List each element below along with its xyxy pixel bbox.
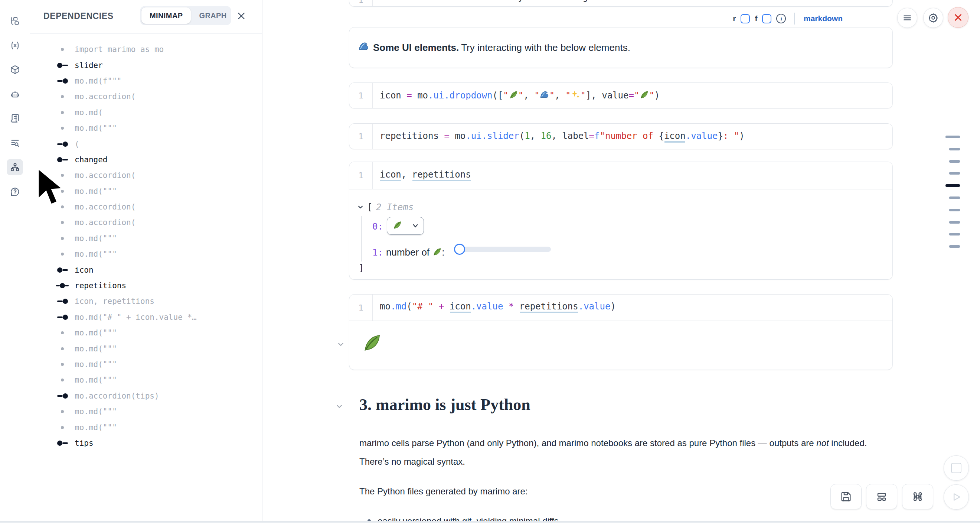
- scroll-marker[interactable]: [949, 196, 960, 199]
- cell-in-glyph: [54, 142, 71, 147]
- scroll-marker[interactable]: [945, 136, 960, 138]
- markdown-cell-toolbar: r f i markdown: [733, 10, 843, 27]
- scroll-marker[interactable]: [949, 160, 960, 163]
- panel-title: DEPENDENCIES: [43, 11, 114, 21]
- banner-bold: Some UI elements.: [373, 42, 459, 54]
- minimap-cell-row[interactable]: mo.accordion(: [30, 215, 262, 230]
- logs-icon[interactable]: [7, 110, 23, 126]
- code-cell-dropdown[interactable]: 1 icon = mo.ui.dropdown(["", "", ""], va…: [349, 83, 893, 108]
- minimap-cell-row[interactable]: import marimo as mo: [30, 41, 262, 57]
- scroll-marker[interactable]: [949, 233, 960, 236]
- minimap-cell-code: mo.md(""": [75, 360, 117, 369]
- minimap-cell-row[interactable]: changed: [30, 152, 262, 167]
- r-toggle-label: r: [733, 14, 736, 23]
- dependencies-icon[interactable]: [7, 159, 23, 175]
- f-checkbox[interactable]: [762, 14, 772, 23]
- stop-icon: [951, 463, 961, 473]
- minimap-cell-row[interactable]: mo.md(""": [30, 341, 262, 356]
- help-icon[interactable]: [7, 183, 23, 200]
- scroll-marker[interactable]: [949, 172, 960, 175]
- leaf-emoji-output: [361, 332, 382, 355]
- code-line[interactable]: mo.md("# " + icon.value * repetitions.va…: [380, 301, 616, 312]
- cell-dot-glyph: [54, 127, 71, 130]
- language-badge[interactable]: markdown: [804, 14, 843, 23]
- code-cell-tuple-output: 1 icon, repetitions [ 2 Items 0: 1: numb…: [349, 161, 893, 280]
- slider-knob[interactable]: [454, 244, 465, 255]
- slider-track[interactable]: [460, 247, 551, 252]
- scroll-marker[interactable]: [949, 221, 960, 223]
- minimap-cell-row[interactable]: mo.md(""": [30, 325, 262, 341]
- cell-divider: [349, 320, 892, 321]
- code-cell-slider[interactable]: 1 repetitions = mo.ui.slider(1, 16, labe…: [349, 123, 893, 149]
- scroll-marker[interactable]: [949, 245, 960, 248]
- command-icon: [912, 491, 923, 502]
- keyboard-shortcuts-button[interactable]: [902, 484, 933, 509]
- minimap-cell-row[interactable]: mo.md(""": [30, 372, 262, 388]
- mouse-cursor: [37, 168, 67, 207]
- ai-assistant-icon[interactable]: [7, 86, 23, 102]
- cell-both-glyph: [54, 283, 71, 288]
- cell-dot-glyph: [54, 363, 71, 366]
- file-explorer-icon[interactable]: [7, 13, 23, 29]
- section-collapse-chevron[interactable]: [335, 402, 344, 412]
- minimap-cell-code: mo.md("# " + icon.value *…: [75, 313, 197, 322]
- minimap-cell-row[interactable]: icon, repetitions: [30, 293, 262, 309]
- run-button[interactable]: [943, 485, 969, 510]
- cell-dot-glyph: [54, 378, 71, 381]
- markdown-editor-cell-clipped[interactable]: 1 Some UI elements. Try interacting with…: [349, 0, 893, 7]
- save-icon: [840, 491, 851, 502]
- tree-guide-line: [361, 216, 361, 262]
- info-icon[interactable]: i: [776, 14, 786, 23]
- minimap-cell-code: mo.md(""": [75, 234, 117, 243]
- cell-out-glyph: [54, 63, 71, 68]
- minimap-cell-code: icon: [75, 266, 94, 274]
- minimap-cell-row[interactable]: mo.md(""": [30, 120, 262, 136]
- cell-out-glyph: [54, 268, 71, 273]
- cell-dot-glyph: [54, 347, 71, 350]
- shutdown-button[interactable]: [948, 7, 969, 28]
- minimap-cell-row[interactable]: mo.md(""": [30, 357, 262, 372]
- scroll-marker[interactable]: [949, 209, 960, 211]
- settings-button[interactable]: [923, 8, 943, 28]
- minimap-cell-row[interactable]: mo.md(f""": [30, 73, 262, 89]
- tree-collapse-icon[interactable]: [358, 204, 363, 210]
- tab-minimap[interactable]: MINIMAP: [142, 8, 191, 24]
- code-line[interactable]: icon, repetitions: [380, 169, 471, 180]
- minimap-cell-row[interactable]: mo.md(: [30, 105, 262, 120]
- minimap-cell-row[interactable]: repetitions: [30, 278, 262, 293]
- variables-icon[interactable]: [7, 37, 23, 54]
- dependencies-panel-header: DEPENDENCIES MINIMAP GRAPH: [30, 0, 262, 34]
- scroll-marker[interactable]: [949, 148, 960, 150]
- cell-in-glyph: [54, 78, 71, 84]
- layout-button[interactable]: [866, 484, 897, 509]
- minimap-cell-row[interactable]: mo.md(""": [30, 404, 262, 419]
- minimap-cell-row[interactable]: (: [30, 136, 262, 151]
- icon-dropdown-select[interactable]: [387, 217, 424, 235]
- output-collapse-chevron[interactable]: [336, 340, 345, 350]
- wave-emoji-icon: [358, 41, 369, 54]
- packages-icon[interactable]: [7, 61, 23, 78]
- minimap-cell-code: mo.md(""": [75, 344, 117, 353]
- scratchpad-search-icon[interactable]: [7, 135, 23, 151]
- minimap-cell-row[interactable]: slider: [30, 57, 262, 73]
- tab-graph[interactable]: GRAPH: [191, 8, 235, 24]
- tree-index-1: 1:: [372, 247, 383, 258]
- minimap-cell-row[interactable]: tips: [30, 435, 262, 451]
- minimap-cell-code: mo.md(""": [75, 187, 117, 196]
- minimap-cell-row[interactable]: mo.md(""": [30, 419, 262, 435]
- cell-dot-glyph: [54, 111, 71, 114]
- minimap-cell-code: mo.accordion(: [75, 203, 135, 211]
- minimap-cell-row[interactable]: mo.md(""": [30, 246, 262, 262]
- scroll-marker-current[interactable]: [945, 184, 960, 187]
- close-panel-button[interactable]: [235, 10, 248, 22]
- minimap-cell-row[interactable]: mo.accordion(tips): [30, 388, 262, 404]
- minimap-cell-row[interactable]: icon: [30, 262, 262, 277]
- minimap-cell-row[interactable]: mo.md(""": [30, 231, 262, 246]
- save-button[interactable]: [830, 484, 862, 509]
- stop-button[interactable]: [943, 455, 969, 481]
- minimap-cell-row[interactable]: mo.md("# " + icon.value *…: [30, 309, 262, 325]
- minimap-cell-row[interactable]: mo.accordion(: [30, 89, 262, 104]
- r-checkbox[interactable]: [741, 14, 750, 23]
- notebook-menu-button[interactable]: [897, 8, 917, 28]
- minimap-cell-code: mo.accordion(: [75, 92, 135, 101]
